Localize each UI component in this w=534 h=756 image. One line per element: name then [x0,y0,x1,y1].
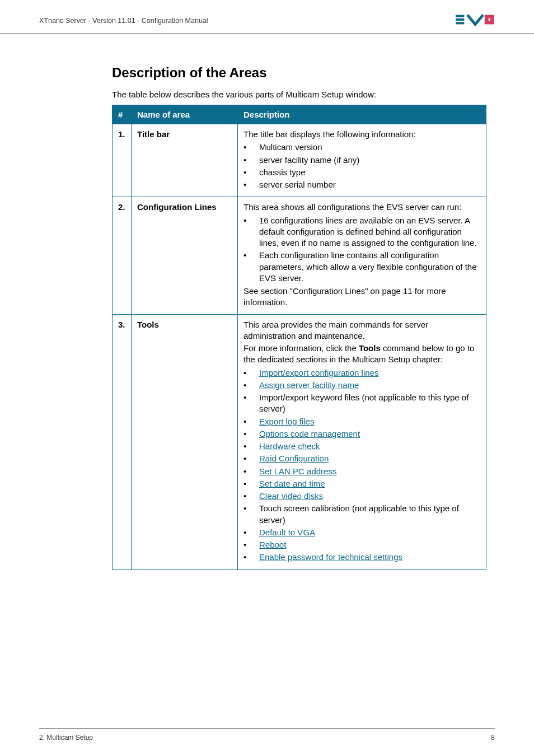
link-clear-video-disks[interactable]: Clear video disks [259,491,323,501]
svg-rect-2 [456,22,464,24]
list-item: •Each configuration line contains all co… [243,249,480,284]
section-title: Description of the Areas [112,65,486,81]
link-import-export-config[interactable]: Import/export configuration lines [259,368,378,377]
list-item: •Hardware check [243,440,480,452]
content-area: Description of the Areas The table below… [0,34,534,570]
footer-page-number: 8 [491,734,495,741]
list-item: •Default to VGA [243,526,480,539]
col-header-num: # [113,105,132,124]
evs-logo-icon [456,12,495,29]
row-desc: The title bar displays the following inf… [238,124,486,197]
link-assign-server-facility[interactable]: Assign server facility name [259,380,359,390]
list-item: •Options code management [243,428,480,440]
row-name: Tools [132,314,238,570]
link-default-to-vga[interactable]: Default to VGA [259,528,315,537]
list-item: •Assign server facility name [243,379,480,391]
col-header-name: Name of area [132,105,238,124]
link-options-code-mgmt[interactable]: Options code management [259,429,360,438]
table-row: 1. Title bar The title bar displays the … [113,124,486,197]
table-row: 3. Tools This area provides the main com… [113,314,486,570]
list-item: •Set LAN PC address [243,465,480,478]
list-item: •Import/export keyword files (not applic… [243,391,480,416]
bullet-list: •16 configurations lines are available o… [243,214,480,285]
bullet-list: •Import/export configuration lines •Assi… [243,367,480,564]
list-item: •chassis type [243,166,480,179]
link-set-lan-pc-address[interactable]: Set LAN PC address [259,466,336,476]
section-intro: The table below describes the various pa… [112,90,486,99]
desc-p2: For more information, click the Tools co… [243,343,480,366]
list-item: •Multicam version [243,141,480,153]
svg-rect-5 [485,21,494,25]
page-header: XTnano Server - Version 11.01 - Configur… [0,0,534,34]
desc-p1: This area provides the main commands for… [243,319,480,342]
list-item: •16 configurations lines are available o… [243,214,480,250]
list-item: •Set date and time [243,478,480,490]
row-num: 1. [113,124,132,197]
list-item: •Enable password for technical settings [243,551,480,563]
row-desc: This area shows all configurations the E… [238,197,486,314]
svg-rect-1 [456,18,464,21]
bullet-list: •Multicam version •server facility name … [243,141,480,191]
svg-rect-3 [485,15,494,18]
page-footer: 2. Multicam Setup 8 [39,729,495,741]
col-header-desc: Description [238,105,486,124]
row-name: Configuration Lines [132,197,238,314]
desc-lead: This area shows all configurations the E… [243,202,480,213]
row-num: 2. [113,197,132,314]
list-item: •Raid Configuration [243,452,480,465]
row-num: 3. [113,314,132,570]
svg-rect-4 [485,18,489,21]
list-item: •server facility name (if any) [243,154,480,166]
list-item: •Clear video disks [243,490,480,502]
table-row: 2. Configuration Lines This area shows a… [113,197,486,314]
link-export-log-files[interactable]: Export log files [259,417,314,426]
link-set-date-time[interactable]: Set date and time [259,479,325,488]
link-reboot[interactable]: Reboot [259,540,286,549]
list-item: •Reboot [243,539,480,551]
svg-rect-6 [490,18,494,21]
row-name: Title bar [132,124,238,197]
link-hardware-check[interactable]: Hardware check [259,441,320,451]
footer-left: 2. Multicam Setup [39,734,93,741]
areas-table: # Name of area Description 1. Title bar … [112,105,486,570]
desc-tail: See section "Configuration Lines" on pag… [243,286,480,309]
list-item: •server serial number [243,179,480,191]
link-enable-password[interactable]: Enable password for technical settings [259,552,402,562]
desc-lead: The title bar displays the following inf… [243,129,480,140]
link-raid-configuration[interactable]: Raid Configuration [259,454,329,463]
row-desc: This area provides the main commands for… [238,314,486,570]
list-item: •Touch screen calibration (not applicabl… [243,502,480,526]
list-item: •Export log files [243,416,480,428]
doc-title: XTnano Server - Version 11.01 - Configur… [39,17,208,25]
svg-rect-0 [456,15,464,17]
list-item: •Import/export configuration lines [243,367,480,379]
